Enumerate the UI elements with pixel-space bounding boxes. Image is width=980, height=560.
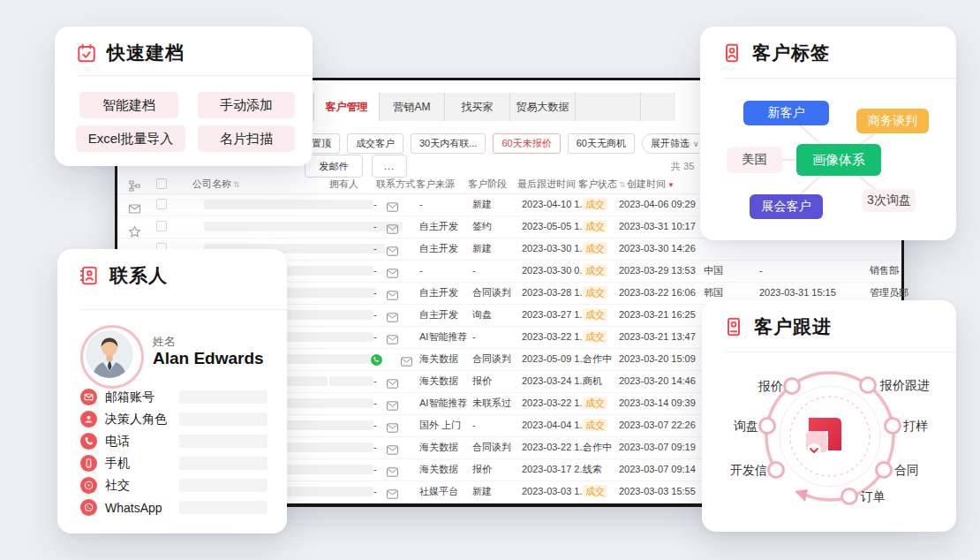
cell-source: 自主开发 [419, 216, 458, 238]
contact-field-placeholder[interactable] [179, 435, 268, 448]
quick-button-手动添加[interactable]: 手动添加 [198, 92, 295, 118]
contact-field-placeholder[interactable] [179, 457, 268, 470]
column-header-拥有人: 拥有人 [329, 178, 358, 191]
contact-fields: 邮箱账号决策人角色电话手机社交WhatsApp [80, 386, 268, 518]
column-header-公司名称[interactable]: 公司名称⇅ [192, 178, 240, 191]
cell-contact-dash: - [373, 414, 377, 436]
cell-status: 成交 [583, 282, 607, 304]
tab-找买家[interactable]: 找买家 [444, 93, 509, 121]
owner-placeholder [329, 465, 373, 474]
owner-placeholder [329, 222, 373, 231]
customer-tags-header: 客户标签 [721, 41, 830, 65]
quick-button-Excel批量导入[interactable]: Excel批量导入 [76, 125, 185, 152]
column-header-创建时间[interactable]: 创建时间▼ [627, 178, 675, 191]
cell-created-time: 2023-03-03 15:55 [619, 481, 696, 503]
customer-tag-美国[interactable]: 美国 [727, 147, 782, 173]
owner-placeholder [329, 266, 373, 276]
cycle-node [769, 463, 784, 478]
customer-tag-画像体系[interactable]: 画像体系 [796, 144, 881, 176]
cell-contact-dash: - [373, 216, 377, 238]
customer-tag-商务谈判[interactable]: 商务谈判 [856, 109, 929, 133]
follow-up-card: 客户跟进 报价报价跟进询盘打样开发信合同订单 [702, 300, 956, 532]
tab-客户管理[interactable]: 客户管理 [313, 93, 379, 121]
quick-button-名片扫描[interactable]: 名片扫描 [198, 125, 295, 152]
customer-tag-新客户[interactable]: 新客户 [743, 101, 829, 125]
column-header-客户来源: 客户来源 [416, 178, 455, 191]
cell-created-time: 2023-03-20 15:09 [619, 348, 696, 370]
contact-field-label: 决策人角色 [105, 412, 167, 428]
quick-create-card: 快速建档 智能建档手动添加Excel批量导入名片扫描 [55, 26, 313, 166]
column-header-客户状态[interactable]: 客户状态⇅ [578, 178, 626, 191]
sort-icon[interactable]: ⇅ [619, 180, 626, 189]
select-all-checkbox[interactable] [156, 178, 167, 189]
column-header-最后跟进时间[interactable]: 最后跟进时间⇅ [517, 178, 584, 191]
customer-tag-展会客户[interactable]: 展会客户 [750, 194, 823, 219]
sort-icon[interactable]: ⇅ [233, 180, 240, 189]
cell-status: 合作中 [583, 348, 612, 370]
cell-status: 线索 [583, 458, 602, 481]
cell-created-time: 2023-03-21 13:47 [619, 326, 696, 348]
cell-stage: 签约 [472, 216, 492, 238]
cell-source: 自主开发 [419, 282, 458, 304]
filter-chip-成交客户[interactable]: 成交客户 [347, 133, 403, 154]
sort-desc-icon[interactable]: ▼ [667, 181, 675, 189]
send-mail-button[interactable]: 发邮件 [305, 155, 363, 178]
cell-status: 成交 [583, 414, 607, 436]
expand-filter-label: 展开筛选 [651, 137, 690, 150]
column-header-联系方式: 联系方式 [376, 178, 415, 191]
filter-chip-60天未报价[interactable]: 60天未报价 [493, 133, 560, 154]
customer-tags-title: 客户标签 [752, 41, 830, 65]
filter-chip-30天内有联...[interactable]: 30天内有联... [411, 133, 486, 154]
cell-status: 合作中 [583, 436, 612, 458]
expand-filter-button[interactable]: 展开筛选∨ [642, 133, 708, 154]
cell-stage: 未联系过 [472, 392, 511, 414]
tab-营销AM[interactable]: 营销AM [379, 93, 444, 121]
mail-icon [387, 244, 398, 254]
cell-last-follow-time: 2023-03-30 1... [522, 238, 588, 260]
customer-tag-3次询盘[interactable]: 3次询盘 [863, 189, 916, 212]
row-checkbox[interactable] [156, 199, 167, 209]
tab-filler [640, 93, 705, 121]
owner-placeholder [329, 310, 373, 320]
mail-icon [387, 465, 398, 474]
cell-last-follow-time: 2023-04-04 1... [522, 414, 588, 436]
cell-last-follow-time: 2023-03-22 1... [522, 436, 588, 458]
mail-icon [387, 200, 398, 209]
contact-field-label: 电话 [105, 434, 130, 450]
cell-last-follow-time: 2023-03-24 1... [522, 370, 588, 392]
tab-贸易大数据[interactable]: 贸易大数据 [509, 93, 575, 121]
cell-source: 社媒平台 [419, 481, 458, 503]
mail-icon [387, 398, 398, 408]
row-checkbox[interactable] [156, 221, 167, 231]
contact-field-placeholder[interactable] [179, 390, 268, 404]
cell-last-follow-time: 2023-03-22 1... [522, 392, 588, 414]
chevron-down-icon: ∨ [693, 140, 699, 148]
cycle-node [760, 419, 775, 434]
follow-step-合同: 合同 [894, 461, 939, 479]
name-label: 姓名 [153, 334, 176, 350]
page-background: 客户管理营销AM找买家贸易大数据 星标置顶成交客户30天内有联...60天未报价… [0, 0, 980, 560]
follow-up-header: 客户跟进 [723, 314, 832, 339]
contact-field-placeholder[interactable] [179, 412, 268, 426]
cell-status: 成交 [583, 392, 607, 414]
cell-source: 自主开发 [419, 238, 458, 260]
filter-chip-60天无商机[interactable]: 60天无商机 [568, 133, 635, 154]
owner-placeholder [329, 420, 373, 430]
cell-status: 成交 [583, 326, 607, 348]
contact-field-placeholder[interactable] [179, 479, 268, 492]
quick-button-智能建档[interactable]: 智能建档 [79, 92, 178, 118]
cell-status: 成交 [583, 238, 607, 260]
cell-contact-dash: - [373, 392, 377, 414]
owner-placeholder [329, 443, 373, 452]
cell-contact-dash: - [373, 326, 377, 348]
contact-field-placeholder[interactable] [179, 501, 268, 514]
cell-status: 成交 [583, 260, 607, 282]
contact-field-手机: 手机 [80, 452, 268, 474]
follow-step-报价跟进: 报价跟进 [880, 376, 951, 394]
more-actions-button[interactable]: ... [372, 155, 407, 178]
follow-up-title: 客户跟进 [754, 314, 832, 339]
cell-created-time: 2023-03-07 09:19 [619, 436, 696, 458]
filter-row: 星标置顶成交客户30天内有联...60天未报价60天无商机展开筛选∨ [283, 133, 708, 154]
cell-contact-dash: - [373, 193, 377, 216]
phone-icon [80, 433, 97, 450]
